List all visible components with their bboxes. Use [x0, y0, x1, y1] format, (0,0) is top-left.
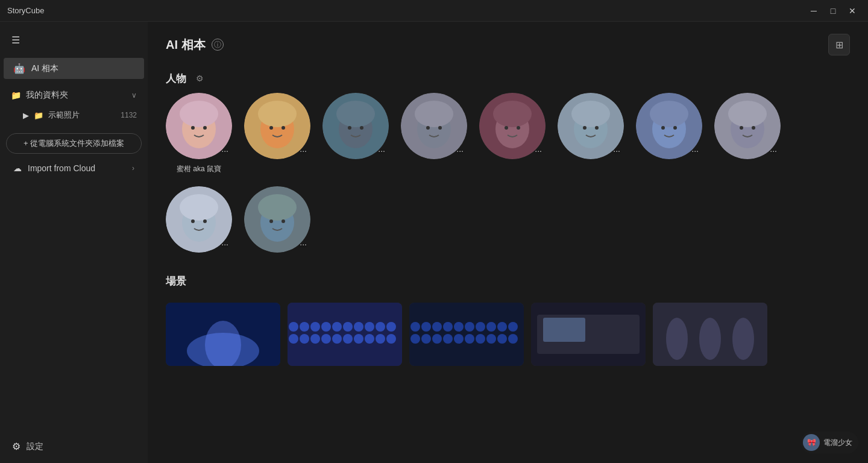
page-title: AI 相本	[166, 37, 206, 53]
sample-photos-label: 示範照片	[48, 110, 80, 121]
settings-label: 設定	[27, 441, 43, 452]
svg-point-110	[699, 318, 721, 360]
scene-grid	[166, 303, 850, 366]
more-options-button[interactable]: ···	[221, 146, 228, 156]
settings-icon: ⚙	[12, 441, 20, 452]
svg-point-102	[486, 334, 496, 344]
svg-point-71	[365, 322, 374, 332]
list-item[interactable]: ···	[244, 93, 310, 174]
sidebar-item-sample-photos[interactable]: ▶ 📁 示範照片 1132	[6, 106, 142, 125]
list-item[interactable]: ···蜜柑 aka 鼠寶	[166, 93, 232, 174]
chevron-down-icon: ∨	[131, 91, 137, 99]
svg-point-101	[476, 334, 485, 344]
more-options-button[interactable]: ···	[221, 239, 228, 249]
svg-point-29	[517, 126, 520, 130]
list-item[interactable]: ···	[714, 93, 781, 174]
title-bar: StoryCube ─ □ ✕	[0, 0, 868, 22]
svg-point-86	[421, 322, 431, 332]
svg-point-22	[426, 126, 430, 130]
app-title: StoryCube	[7, 6, 44, 15]
svg-point-3	[180, 101, 218, 127]
svg-point-23	[438, 126, 442, 130]
svg-point-97	[432, 334, 442, 344]
svg-point-109	[666, 318, 688, 360]
svg-point-85	[410, 322, 420, 332]
view-toggle-button[interactable]: ⊞	[828, 34, 850, 55]
sample-photos-count: 1132	[121, 111, 137, 119]
list-item[interactable]: ···	[479, 93, 546, 174]
svg-point-35	[595, 126, 599, 130]
close-button[interactable]: ✕	[844, 2, 861, 19]
sidebar-item-ai-album[interactable]: 🤖 AI 相本	[4, 58, 144, 79]
svg-point-96	[421, 334, 431, 344]
svg-point-80	[354, 334, 363, 344]
svg-point-81	[365, 334, 374, 344]
svg-point-87	[432, 322, 442, 332]
watermark: 🎀 電溜少女	[800, 432, 858, 453]
svg-point-83	[386, 334, 396, 344]
import-cloud-label: Import from Cloud	[28, 163, 95, 173]
svg-point-46	[740, 126, 743, 130]
more-options-button[interactable]: ···	[535, 146, 542, 156]
svg-point-74	[289, 334, 298, 344]
list-item[interactable]: ···	[166, 186, 232, 253]
more-options-button[interactable]: ···	[300, 146, 307, 156]
svg-point-72	[376, 322, 385, 332]
chevron-right-icon: ›	[132, 164, 134, 172]
svg-point-39	[650, 101, 688, 127]
sidebar: ☰ 🤖 AI 相本 📁 我的資料夾 ∨ ▶ 📁 示範照片	[0, 22, 148, 463]
people-section-header: 人物 ⚙	[148, 61, 868, 93]
svg-point-94	[508, 322, 518, 332]
list-item[interactable]: ···	[401, 93, 467, 174]
svg-point-79	[343, 334, 353, 344]
svg-point-17	[360, 126, 363, 130]
info-icon[interactable]: ⓘ	[212, 39, 224, 51]
svg-point-4	[191, 126, 195, 130]
scene-section-title: 場景	[166, 274, 186, 288]
avatar: ···	[558, 93, 624, 159]
scene-section-header: 場景	[148, 265, 868, 295]
sidebar-item-settings[interactable]: ⚙ 設定	[10, 437, 138, 456]
more-options-button[interactable]: ···	[770, 146, 777, 156]
sidebar-item-my-folder[interactable]: 📁 我的資料夾 ∨	[6, 85, 142, 106]
svg-point-58	[269, 219, 273, 223]
people-settings-button[interactable]: ⚙	[192, 71, 207, 86]
menu-button[interactable]: ☰	[5, 29, 27, 51]
avatar: ···	[244, 186, 310, 253]
minimize-button[interactable]: ─	[805, 2, 822, 19]
svg-point-47	[752, 126, 755, 130]
svg-point-11	[281, 126, 285, 130]
list-item[interactable]	[288, 303, 402, 366]
svg-point-77	[321, 334, 331, 344]
list-item[interactable]	[653, 303, 767, 366]
avatar: ···	[322, 93, 389, 159]
svg-point-57	[258, 194, 297, 221]
list-item[interactable]	[531, 303, 646, 366]
more-options-button[interactable]: ···	[378, 146, 385, 156]
list-item[interactable]	[166, 303, 280, 366]
list-item[interactable]	[409, 303, 524, 366]
svg-point-111	[732, 318, 754, 360]
svg-point-70	[354, 322, 363, 332]
list-item[interactable]: ···	[244, 186, 310, 253]
title-bar-left: StoryCube	[7, 6, 44, 15]
more-options-button[interactable]: ···	[613, 146, 620, 156]
list-item[interactable]: ···	[322, 93, 389, 174]
svg-point-82	[376, 334, 385, 344]
svg-point-21	[415, 101, 453, 127]
svg-point-52	[191, 219, 195, 223]
more-options-button[interactable]: ···	[300, 239, 307, 249]
cloud-icon: ☁	[13, 163, 22, 173]
more-options-button[interactable]: ···	[691, 146, 699, 156]
more-options-button[interactable]: ···	[456, 146, 464, 156]
avatar: ···	[401, 93, 467, 159]
svg-point-5	[203, 126, 207, 130]
list-item[interactable]: ···	[558, 93, 624, 174]
maximize-button[interactable]: □	[825, 2, 841, 19]
svg-point-34	[583, 126, 587, 130]
svg-point-53	[203, 219, 207, 223]
folder-icon: 📁	[11, 90, 21, 100]
list-item[interactable]: ···	[636, 93, 702, 174]
add-files-button[interactable]: + 從電腦系統文件夾添加檔案	[6, 133, 142, 154]
sidebar-item-import-cloud[interactable]: ☁ Import from Cloud ›	[4, 159, 144, 178]
